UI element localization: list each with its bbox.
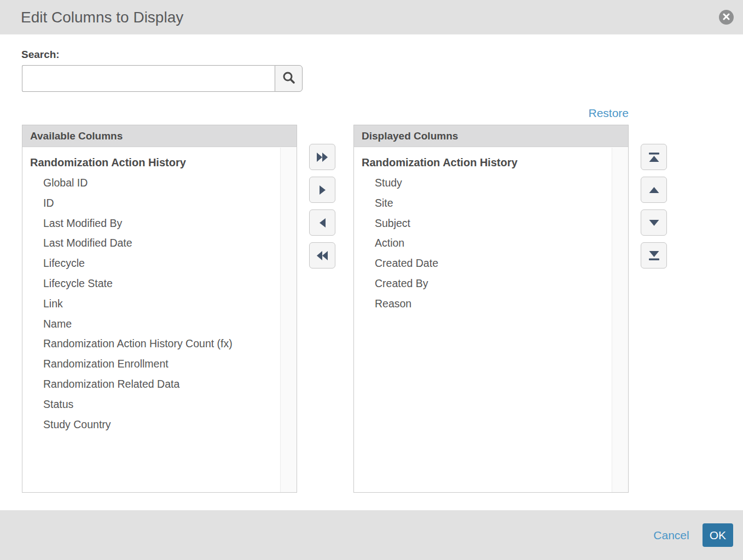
dialog-titlebar: Edit Columns to Display: [0, 0, 743, 34]
search-label: Search:: [21, 49, 60, 61]
list-item[interactable]: Last Modified By: [22, 213, 280, 234]
arrow-right-icon: [319, 185, 326, 195]
reorder-button-column: [641, 144, 667, 269]
move-to-top-icon: [648, 152, 660, 162]
move-right-button[interactable]: [309, 177, 335, 203]
list-item[interactable]: Study Country: [22, 415, 280, 435]
list-item[interactable]: Lifecycle: [22, 253, 280, 273]
displayed-columns-list: Randomization Action History Study Site …: [354, 148, 612, 492]
close-icon: [723, 13, 730, 22]
restore-link[interactable]: Restore: [353, 107, 629, 120]
search-input[interactable]: [22, 65, 275, 92]
list-item[interactable]: Reason: [354, 294, 612, 314]
arrow-up-icon: [648, 186, 660, 194]
dialog-title: Edit Columns to Display: [21, 9, 183, 26]
scrollbar-track[interactable]: [612, 148, 628, 492]
move-to-top-button[interactable]: [641, 144, 667, 170]
list-item[interactable]: Global ID: [22, 173, 280, 193]
close-button[interactable]: [719, 10, 734, 25]
list-item[interactable]: Name: [22, 314, 280, 334]
displayed-columns-panel: Displayed Columns Randomization Action H…: [353, 125, 629, 493]
double-arrow-left-icon: [316, 250, 329, 261]
displayed-group-header: Randomization Action History: [354, 153, 612, 173]
displayed-columns-header: Displayed Columns: [354, 125, 628, 147]
move-all-right-button[interactable]: [309, 144, 335, 170]
available-columns-list: Randomization Action History Global ID I…: [22, 148, 280, 492]
list-item[interactable]: Last Modified Date: [22, 233, 280, 253]
move-up-button[interactable]: [641, 177, 667, 203]
list-item[interactable]: Randomization Action History Count (fx): [22, 334, 280, 354]
move-all-left-button[interactable]: [309, 242, 335, 269]
available-columns-header: Available Columns: [22, 125, 297, 147]
ok-button[interactable]: OK: [703, 523, 733, 547]
list-item[interactable]: Site: [354, 193, 612, 213]
list-item[interactable]: Status: [22, 394, 280, 415]
move-left-button[interactable]: [309, 209, 335, 236]
move-down-button[interactable]: [641, 209, 667, 236]
arrow-down-icon: [648, 219, 660, 226]
arrow-left-icon: [319, 218, 326, 228]
cancel-button[interactable]: Cancel: [653, 529, 689, 542]
list-item[interactable]: Created By: [354, 273, 612, 294]
transfer-button-column: [309, 144, 335, 269]
move-to-bottom-button[interactable]: [641, 242, 667, 269]
dialog-footer: Cancel OK: [0, 510, 743, 560]
list-item[interactable]: Link: [22, 294, 280, 314]
double-arrow-right-icon: [316, 152, 329, 162]
list-item[interactable]: Randomization Enrollment: [22, 354, 280, 374]
search-box: [22, 65, 303, 92]
list-item[interactable]: Randomization Related Data: [22, 374, 280, 394]
scrollbar-track[interactable]: [280, 148, 297, 492]
list-item[interactable]: ID: [22, 193, 280, 213]
available-group-header: Randomization Action History: [22, 153, 280, 173]
search-button[interactable]: [275, 65, 303, 92]
magnifier-icon: [282, 71, 296, 86]
list-item[interactable]: Action: [354, 233, 612, 253]
available-columns-panel: Available Columns Randomization Action H…: [22, 125, 297, 493]
list-item[interactable]: Subject: [354, 213, 612, 234]
list-item[interactable]: Lifecycle State: [22, 273, 280, 294]
list-item[interactable]: Study: [354, 173, 612, 193]
move-to-bottom-icon: [648, 250, 660, 261]
list-item[interactable]: Created Date: [354, 253, 612, 273]
